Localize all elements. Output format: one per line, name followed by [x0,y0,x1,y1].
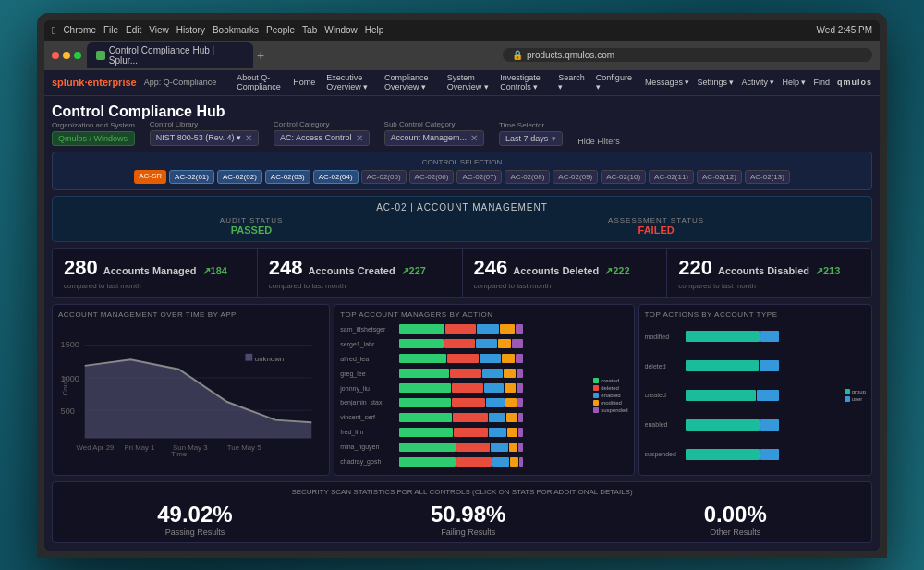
menu-view[interactable]: View [149,25,169,35]
chart2-segment-2-0 [399,354,446,363]
metric-main-3: 220 Accounts Disabled 213 [678,256,840,280]
legend-dot-3 [593,400,599,406]
chart2-bar-row-2 [399,354,590,363]
other-stat[interactable]: 0.00% Other Results [704,502,767,537]
chart3-legend-label-1: user [852,396,863,402]
control-chip-ac-02-03-[interactable]: AC-02(03) [265,170,310,184]
chart-panel-2: TOP ACCOUNT MANAGERS BY ACTION sam_lifsh… [334,304,634,476]
url-bar[interactable]: 🔒 products.qmulos.com [503,48,872,62]
chart2-segment-1-2 [476,339,498,348]
category-chip[interactable]: AC: Access Control ✕ [274,130,370,146]
svg-text:Count: Count [61,375,69,395]
metric-sub-0: compared to last month [64,282,141,290]
nav-settings[interactable]: Settings ▾ [697,78,734,87]
chart3-legend-dot-1 [845,396,850,402]
chart3-action-label-2: created [645,392,682,398]
chrome-tabs: Control Compliance Hub | Splur... + [87,42,497,68]
chart-panel-1: ACCOUNT MANAGEMENT OVER TIME BY APP 1500… [52,304,330,476]
control-chip-ac-02-12-[interactable]: AC-02(12) [697,170,742,184]
nav-about[interactable]: About Q-Compliance [231,71,287,93]
audit-label: Audit Status [220,216,283,224]
menu-window[interactable]: Window [324,25,358,35]
control-chip-ac-02-13-[interactable]: AC-02(13) [745,170,790,184]
nav-help[interactable]: Help ▾ [782,78,806,87]
nav-executive[interactable]: Executive Overview ▾ [321,71,379,93]
metric-sub-1: compared to last month [269,282,346,290]
menu-file[interactable]: File [103,25,118,35]
nav-activity[interactable]: Activity ▾ [741,78,774,87]
mac-menubar-right: Wed 2:45 PM [817,25,872,35]
metric-label-2: Accounts Deleted [513,265,599,276]
chart2-segment-3-3 [504,369,516,378]
chart2-bar-row-9 [399,457,590,467]
chart2-user-label-7: fred_lim [340,429,395,435]
minimize-button[interactable] [63,52,70,59]
new-tab-button[interactable]: + [257,48,264,63]
chart2-segment-4-0 [399,383,450,393]
control-chip-ac-02-07-[interactable]: AC-02(07) [456,170,502,184]
failing-number: 50.98% [431,502,505,528]
menu-bookmarks[interactable]: Bookmarks [213,25,259,35]
nav-find[interactable]: Find [813,78,830,87]
subcategory-chip[interactable]: Account Managem... ✕ [384,130,485,146]
menu-help[interactable]: Help [365,25,384,35]
menu-people[interactable]: People [266,25,295,35]
chart3-bar-row-4 [686,449,841,460]
svg-text:1500: 1500 [61,340,79,349]
control-chip-ac-02-08-[interactable]: AC-02(08) [505,170,550,184]
nav-compliance[interactable]: Compliance Overview ▾ [379,71,442,93]
active-tab[interactable]: Control Compliance Hub | Splur... [87,42,253,68]
menu-edit[interactable]: Edit [126,25,141,35]
chart1-area: 1500 1000 500 [58,322,323,469]
assessment-label: Assessment Status [608,216,704,224]
nav-system[interactable]: System Overview ▾ [442,71,494,93]
metric-sub-2: compared to last month [474,282,552,290]
chart2-segment-3-4 [517,369,524,378]
chart2-segment-0-0 [399,324,444,334]
chart2-legend-item-1: deleted [593,385,627,391]
org-filter: Organization and System Qmulos / Windows [52,121,135,146]
control-chip-ac-02-11-[interactable]: AC-02(11) [649,170,694,184]
org-chip[interactable]: Qmulos / Windows [52,131,135,146]
chart3-action-label-0: modified [645,334,682,340]
menu-chrome[interactable]: Chrome [63,25,96,35]
nav-messages[interactable]: Messages ▾ [645,78,690,87]
control-chip-ac-02-10-[interactable]: AC-02(10) [601,170,646,184]
control-chip-ac-sr[interactable]: AC-SR [134,170,166,184]
library-close[interactable]: ✕ [245,133,252,143]
chart2-segment-0-3 [500,324,515,334]
control-chip-ac-02-09-[interactable]: AC-02(09) [553,170,598,184]
nav-search[interactable]: Search ▾ [553,71,590,93]
menu-tab[interactable]: Tab [302,25,317,35]
menu-history[interactable]: History [176,25,205,35]
filters-row: Organization and System Qmulos / Windows… [52,120,620,146]
time-chip[interactable]: Last 7 days ▾ [499,131,563,146]
passing-stat[interactable]: 49.02% Passing Results [157,502,232,537]
library-chip[interactable]: NIST 800-53 (Rev. 4) ▾ ✕ [150,130,259,146]
control-chip-ac-02-01-[interactable]: AC-02(01) [169,170,214,184]
splunk-app-label: App: Q-Compliance [144,78,217,87]
chart2-segment-1-3 [498,339,511,348]
control-chip-ac-02-02-[interactable]: AC-02(02) [217,170,262,184]
chart2-user-label-6: vincent_cerf [340,414,395,420]
close-button[interactable] [52,52,59,59]
failing-stat[interactable]: 50.98% Failing Results [431,502,505,537]
splunk-nav-right: Messages ▾ Settings ▾ Activity ▾ Help ▾ … [645,78,872,87]
control-chip-ac-02-04-[interactable]: AC-02(04) [313,170,359,184]
chart3-segment-2-1 [757,390,778,401]
nav-home[interactable]: Home [287,76,321,89]
control-chip-ac-02-05-[interactable]: AC-02(05) [361,170,407,184]
control-chip-ac-02-06-[interactable]: AC-02(06) [409,170,455,184]
hide-filters-button[interactable]: Hide Filters [578,137,620,146]
chart2-legend-item-2: enabled [593,393,627,398]
nav-configure[interactable]: Configure ▾ [590,71,638,93]
category-close[interactable]: ✕ [356,133,363,143]
chart3-bar-row-2 [686,390,841,401]
maximize-button[interactable] [74,52,81,59]
chart2-segment-5-1 [452,398,485,407]
metric-number-3: 220 [678,256,712,280]
nav-investigate[interactable]: Investigate Controls ▾ [494,71,553,93]
splunk-logo: splunk·enterprise [52,77,137,88]
subcategory-close[interactable]: ✕ [470,133,478,143]
other-label: Other Results [704,528,767,537]
